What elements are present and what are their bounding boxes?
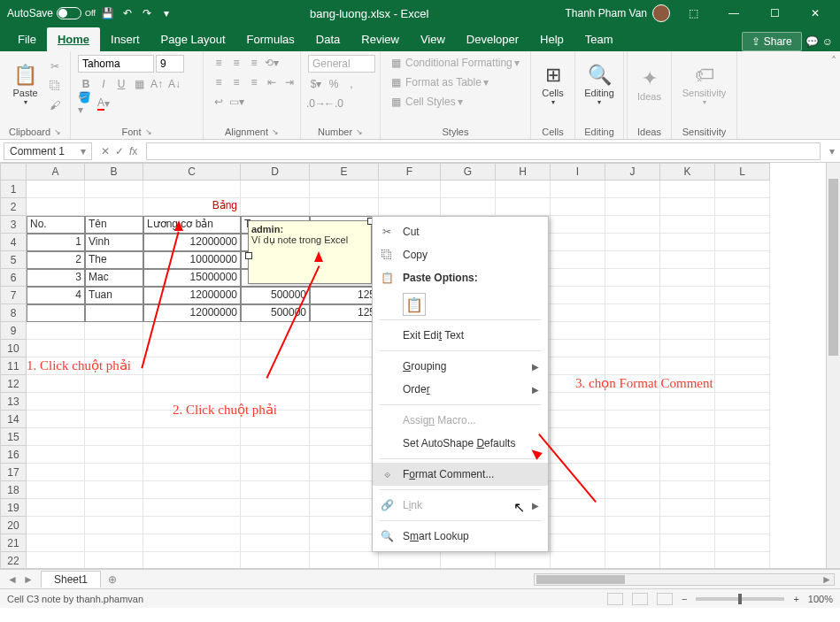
ribbon-options-icon[interactable]: ⬚ — [675, 0, 711, 27]
collapse-ribbon-icon[interactable]: ˄ — [828, 51, 840, 139]
merge-icon[interactable]: ▭▾ — [228, 94, 244, 110]
cell[interactable] — [551, 481, 605, 499]
cell[interactable]: 10000000 — [143, 251, 241, 269]
font-size-input[interactable] — [156, 55, 184, 73]
comments-icon[interactable]: 💬 — [805, 35, 819, 48]
cell[interactable] — [85, 180, 143, 198]
cell[interactable] — [660, 428, 715, 446]
cell[interactable] — [660, 269, 715, 287]
cell[interactable] — [27, 411, 85, 428]
col-header-A[interactable]: A — [27, 163, 85, 180]
tab-help[interactable]: Help — [529, 27, 574, 51]
cell[interactable] — [310, 322, 379, 340]
select-all-corner[interactable] — [0, 163, 27, 180]
tab-team[interactable]: Team — [574, 27, 624, 51]
align-center-icon[interactable]: ≡ — [228, 74, 244, 90]
cell[interactable] — [27, 446, 85, 464]
indent-inc-icon[interactable]: ⇥ — [281, 74, 297, 90]
col-header-J[interactable]: J — [605, 163, 660, 180]
number-launcher-icon[interactable]: ↘ — [356, 127, 363, 136]
cell[interactable]: Tuan — [85, 287, 143, 304]
minimize-icon[interactable]: — — [716, 0, 751, 27]
cell[interactable] — [85, 322, 143, 340]
cell[interactable] — [310, 517, 379, 534]
align-right-icon[interactable]: ≡ — [246, 74, 262, 90]
cell[interactable] — [143, 464, 241, 481]
cell[interactable] — [85, 446, 143, 464]
col-header-I[interactable]: I — [551, 163, 605, 180]
cell[interactable] — [241, 517, 310, 534]
cell[interactable] — [551, 251, 605, 269]
cell[interactable] — [605, 198, 660, 216]
cell[interactable] — [660, 234, 715, 251]
cell[interactable] — [310, 375, 379, 393]
row-header-9[interactable]: 9 — [0, 322, 27, 340]
row-header-1[interactable]: 1 — [0, 180, 27, 198]
cell[interactable] — [551, 180, 605, 198]
ctx-order[interactable]: Order▶ — [373, 378, 548, 401]
cell[interactable] — [660, 517, 715, 534]
cell[interactable] — [551, 534, 605, 552]
cell[interactable] — [27, 499, 85, 517]
cell[interactable] — [85, 428, 143, 446]
col-header-G[interactable]: G — [441, 163, 496, 180]
cell[interactable] — [310, 464, 379, 481]
paste-button[interactable]: 📋 Paste ▾ — [7, 55, 43, 113]
row-header-22[interactable]: 22 — [0, 552, 27, 569]
cell[interactable] — [605, 357, 660, 375]
clipboard-launcher-icon[interactable]: ↘ — [54, 127, 61, 136]
cell[interactable]: Vinh — [85, 234, 143, 251]
cell[interactable] — [27, 198, 85, 216]
row-header-21[interactable]: 21 — [0, 534, 27, 552]
cell[interactable] — [605, 481, 660, 499]
cell[interactable] — [27, 180, 85, 198]
row-header-14[interactable]: 14 — [0, 411, 27, 428]
indent-dec-icon[interactable]: ⇤ — [264, 74, 280, 90]
cell[interactable] — [85, 340, 143, 357]
orientation-icon[interactable]: ⟲▾ — [264, 55, 280, 71]
cell[interactable] — [27, 552, 85, 569]
cell[interactable] — [27, 375, 85, 393]
cell[interactable] — [241, 428, 310, 446]
cell[interactable] — [27, 534, 85, 552]
cell[interactable] — [660, 216, 715, 234]
row-header-13[interactable]: 13 — [0, 393, 27, 411]
cells-button[interactable]: ⊞Cells▾ — [538, 55, 567, 113]
cell[interactable] — [310, 552, 379, 569]
cell[interactable] — [660, 499, 715, 517]
format-as-table-button[interactable]: ▦Format as Table ▾ — [388, 74, 489, 90]
tab-home[interactable]: Home — [47, 27, 100, 51]
underline-icon[interactable]: U — [113, 76, 129, 92]
cell[interactable] — [379, 198, 441, 216]
row-header-16[interactable]: 16 — [0, 446, 27, 464]
cell[interactable]: 12000000 — [143, 234, 241, 251]
cell[interactable] — [605, 340, 660, 357]
cell[interactable] — [27, 340, 85, 357]
cell[interactable] — [310, 446, 379, 464]
row-header-15[interactable]: 15 — [0, 428, 27, 446]
cell[interactable] — [27, 322, 85, 340]
cell[interactable] — [715, 499, 770, 517]
row-header-12[interactable]: 12 — [0, 375, 27, 393]
cell[interactable]: 3 — [27, 269, 85, 287]
format-painter-icon[interactable]: 🖌 — [47, 97, 63, 113]
horizontal-scrollbar[interactable]: ◄ ► — [534, 573, 835, 586]
cell[interactable] — [241, 340, 310, 357]
cell[interactable] — [551, 322, 605, 340]
cell[interactable] — [241, 322, 310, 340]
row-header-3[interactable]: 3 — [0, 216, 27, 234]
undo-icon[interactable]: ↶ — [120, 6, 135, 20]
cell[interactable] — [27, 428, 85, 446]
qat-dropdown-icon[interactable]: ▾ — [159, 6, 173, 20]
redo-icon[interactable]: ↷ — [140, 6, 154, 20]
cell[interactable] — [660, 357, 715, 375]
page-layout-view-icon[interactable] — [632, 593, 648, 605]
cell[interactable]: 15000000 — [143, 269, 241, 287]
cell[interactable]: 2 — [27, 251, 85, 269]
cell[interactable] — [310, 499, 379, 517]
row-header-17[interactable]: 17 — [0, 464, 27, 481]
cell[interactable] — [27, 464, 85, 481]
cell[interactable] — [310, 481, 379, 499]
cell[interactable] — [310, 411, 379, 428]
col-header-D[interactable]: D — [241, 163, 310, 180]
